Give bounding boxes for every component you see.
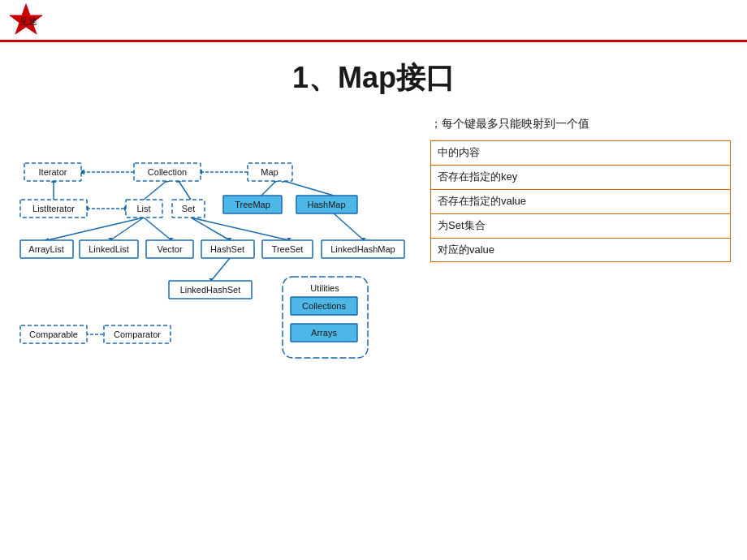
svg-text:LinkedHashSet: LinkedHashSet <box>180 285 241 295</box>
svg-text:List: List <box>136 204 150 213</box>
info-table: 中的内容否存在指定的key否存在指定的value为Set集合对应的value <box>430 140 731 262</box>
svg-text:ListIterator: ListIterator <box>32 204 75 213</box>
svg-text:Vector: Vector <box>157 244 183 254</box>
svg-text:Comparable: Comparable <box>29 330 78 339</box>
intro-text: ；每个键最多只能映射到一个值 <box>430 114 731 132</box>
svg-text:LinkedList: LinkedList <box>89 244 129 254</box>
table-row: 对应的value <box>431 238 731 262</box>
svg-line-8 <box>144 181 166 200</box>
svg-line-10 <box>179 181 191 200</box>
svg-line-19 <box>47 218 144 240</box>
header-bar: 见速 <box>0 0 747 42</box>
table-row: 否存在指定的key <box>431 166 731 190</box>
main-content: Iterator Collection Map ListIterator Lis… <box>0 114 747 423</box>
logo-star-icon: 见速 <box>8 2 44 38</box>
svg-text:LinkedHashMap: LinkedHashMap <box>330 244 395 254</box>
svg-text:ArrayList: ArrayList <box>28 244 63 254</box>
svg-text:Iterator: Iterator <box>39 167 67 177</box>
svg-text:Collection: Collection <box>148 167 187 177</box>
svg-text:HashSet: HashSet <box>210 244 244 254</box>
svg-text:TreeSet: TreeSet <box>272 244 304 254</box>
diagram-svg: Iterator Collection Map ListIterator Lis… <box>16 114 414 423</box>
table-row: 否存在指定的value <box>431 189 731 213</box>
svg-text:Comparator: Comparator <box>114 330 161 339</box>
svg-line-29 <box>334 213 364 240</box>
svg-text:Set: Set <box>182 204 196 213</box>
right-panel: ；每个键最多只能映射到一个值 中的内容否存在指定的key否存在指定的value为… <box>430 114 731 423</box>
svg-text:Map: Map <box>261 167 278 177</box>
diagram-area: Iterator Collection Map ListIterator Lis… <box>16 114 414 423</box>
table-row: 中的内容 <box>431 141 731 166</box>
svg-text:Arrays: Arrays <box>311 328 337 338</box>
svg-line-12 <box>261 181 276 196</box>
svg-line-23 <box>144 218 171 240</box>
svg-line-25 <box>191 218 230 240</box>
svg-text:Utilities: Utilities <box>310 283 339 293</box>
page-title: 1、Map接口 <box>0 58 747 98</box>
svg-line-31 <box>211 258 230 281</box>
svg-line-14 <box>284 181 334 196</box>
svg-text:TreeMap: TreeMap <box>235 200 270 209</box>
svg-text:HashMap: HashMap <box>307 200 345 209</box>
table-row: 为Set集合 <box>431 213 731 238</box>
svg-line-27 <box>191 218 289 240</box>
svg-text:Collections: Collections <box>302 301 346 311</box>
svg-text:见速: 见速 <box>19 16 37 26</box>
